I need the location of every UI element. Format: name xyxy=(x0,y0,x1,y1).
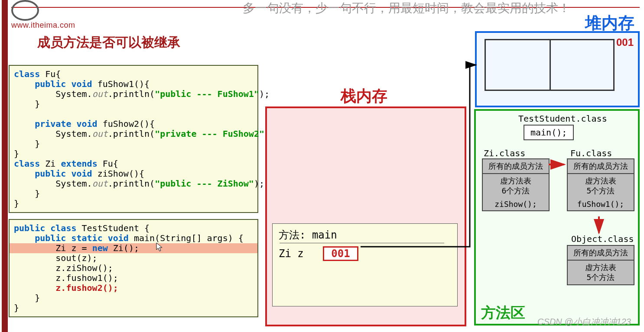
watermark: CSDN @小白冲冲冲123 xyxy=(537,316,631,328)
logo-icon xyxy=(11,0,39,21)
fu-class-card: 所有的成员方法 虚方法表 5个方法 fuShow1(); xyxy=(567,158,634,211)
logo-url: www.itheima.com xyxy=(11,21,75,30)
top-slogan: 多一句没有，少一句不行，用最短时间，教会最实用的技术！ xyxy=(243,0,570,16)
zi-card-footer: ziShow(); xyxy=(483,198,549,210)
object-card-header: 所有的成员方法 xyxy=(568,246,634,261)
code-box-classes: class Fu{ public void fuShow1(){ System.… xyxy=(9,65,258,213)
fu-card-header: 所有的成员方法 xyxy=(568,159,634,174)
section-title: 成员方法是否可以被继承 xyxy=(37,34,180,52)
fu-card-body: 虚方法表 5个方法 xyxy=(568,174,634,198)
method-area-box: TestStudent.class main(); Zi.class 所有的成员… xyxy=(474,109,640,326)
stack-var-addr: 001 xyxy=(323,246,358,261)
stack-box: 方法: main Zi z 001 xyxy=(265,106,466,326)
object-class-name: Object.class xyxy=(571,234,634,244)
heap-box: 001 xyxy=(475,31,640,107)
method-area-label: 方法区 xyxy=(481,303,525,323)
stack-var-name: Zi z xyxy=(279,248,304,260)
zi-class-card: 所有的成员方法 虚方法表 6个方法 ziShow(); xyxy=(482,158,550,211)
logo-block: www.itheima.com xyxy=(11,0,75,30)
stack-frame-main: 方法: main Zi z 001 xyxy=(272,223,458,306)
zi-card-body: 虚方法表 6个方法 xyxy=(483,174,549,198)
object-card-body: 虚方法表 5个方法 xyxy=(568,261,634,284)
object-class-card: 所有的成员方法 虚方法表 5个方法 xyxy=(567,245,634,285)
heap-object xyxy=(485,39,615,91)
fu-class-name: Fu.class xyxy=(570,148,612,158)
stack-frame-separator xyxy=(280,243,444,243)
stack-var-row: Zi z 001 xyxy=(279,246,451,261)
zi-class-name: Zi.class xyxy=(484,148,525,158)
test-class-name: TestStudent.class xyxy=(518,113,607,124)
code-box-main: public class TestStudent { public static… xyxy=(9,219,258,317)
zi-card-header: 所有的成员方法 xyxy=(483,159,549,174)
sidebar-stripe xyxy=(2,0,8,332)
stack-label: 栈内存 xyxy=(341,86,387,107)
stack-frame-label: 方法: main xyxy=(279,228,451,242)
heap-object-divider xyxy=(550,40,551,90)
main-method-box: main(); xyxy=(524,125,574,140)
heap-object-addr: 001 xyxy=(616,36,634,48)
fu-card-footer: fuShow1(); xyxy=(568,198,634,210)
